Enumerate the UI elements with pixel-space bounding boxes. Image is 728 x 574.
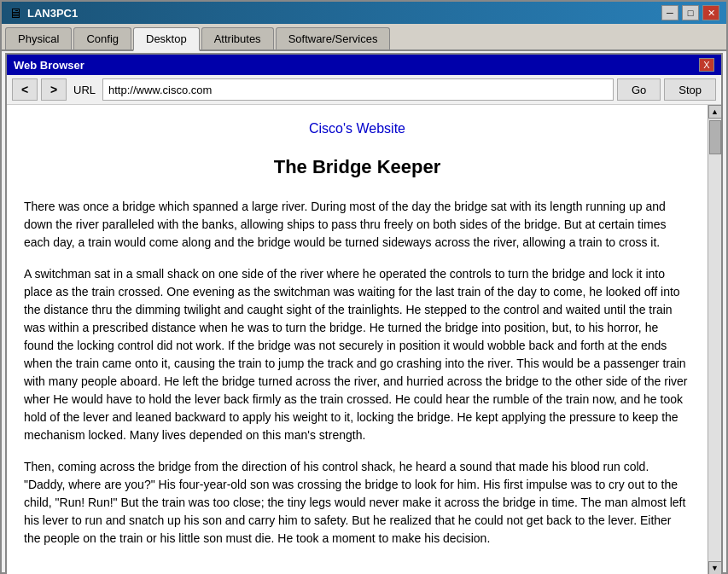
window-title: LAN3PC1 (27, 7, 78, 20)
browser-title-bar: Web Browser X (7, 55, 721, 75)
main-window: 🖥 LAN3PC1 ─ □ ✕ Physical Config Desktop … (0, 0, 728, 574)
browser-title-text: Web Browser (14, 59, 84, 72)
title-bar-left: 🖥 LAN3PC1 (9, 6, 78, 20)
title-bar: 🖥 LAN3PC1 ─ □ ✕ (2, 2, 726, 24)
scrollbar: ▲ ▼ (708, 105, 721, 574)
article-para-3: Then, coming across the bridge from the … (24, 458, 690, 548)
browser-content-wrapper: Cisco's Website The Bridge Keeper There … (7, 105, 721, 574)
back-button[interactable]: < (12, 78, 38, 101)
window-icon: 🖥 (9, 6, 22, 20)
scroll-up-arrow[interactable]: ▲ (708, 105, 722, 119)
close-window-button[interactable]: ✕ (702, 5, 719, 20)
url-input[interactable] (102, 78, 614, 101)
tab-software-services[interactable]: Software/Services (276, 27, 391, 49)
scroll-down-arrow[interactable]: ▼ (708, 561, 722, 574)
article-para-2: A switchman sat in a small shack on one … (24, 265, 690, 444)
tab-physical[interactable]: Physical (5, 27, 72, 49)
stop-button[interactable]: Stop (664, 78, 716, 101)
browser-content: Cisco's Website The Bridge Keeper There … (7, 105, 708, 574)
browser-panel: Web Browser X < > URL Go Stop Cisco's We… (5, 53, 723, 574)
scroll-thumb[interactable] (709, 120, 721, 154)
url-label: URL (73, 84, 96, 96)
browser-nav-bar: < > URL Go Stop (7, 75, 721, 105)
minimize-button[interactable]: ─ (661, 5, 678, 20)
forward-button[interactable]: > (41, 78, 67, 101)
browser-close-button[interactable]: X (699, 58, 714, 72)
tab-desktop[interactable]: Desktop (133, 27, 200, 51)
title-bar-controls: ─ □ ✕ (661, 5, 719, 20)
tab-attributes[interactable]: Attributes (201, 27, 274, 49)
article-title: The Bridge Keeper (24, 153, 690, 181)
tab-bar: Physical Config Desktop Attributes Softw… (2, 24, 726, 51)
page-title-link[interactable]: Cisco's Website (24, 119, 690, 139)
article-para-1: There was once a bridge which spanned a … (24, 198, 690, 252)
go-button[interactable]: Go (617, 78, 661, 101)
tab-config[interactable]: Config (73, 27, 131, 49)
maximize-button[interactable]: □ (682, 5, 699, 20)
